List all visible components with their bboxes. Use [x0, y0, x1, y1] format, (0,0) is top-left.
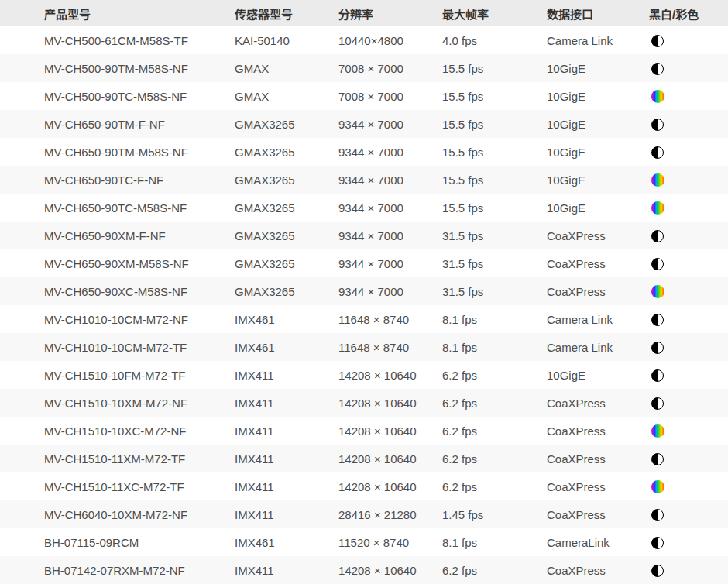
table-row: MV-CH1510-10FM-M72-TF IMX411 14208 × 106…	[0, 361, 728, 389]
cell-model: MV-CH1010-10CM-M72-NF	[0, 305, 235, 333]
cell-resolution: 7008 × 7000	[338, 54, 442, 82]
cell-sensor: GMAX	[235, 82, 338, 110]
cell-interface: 10GigE	[547, 82, 649, 110]
table-row: MV-CH650-90TM-M58S-NF GMAX3265 9344 × 70…	[0, 138, 728, 166]
mono-half-circle-icon	[651, 397, 664, 410]
cell-max-fps: 6.2 fps	[442, 556, 547, 584]
cell-chroma	[649, 389, 728, 417]
column-header-model: 产品型号	[0, 0, 235, 26]
cell-sensor: GMAX3265	[235, 166, 338, 194]
table-row: MV-CH500-90TM-M58S-NF GMAX 7008 × 7000 1…	[0, 54, 728, 82]
cell-interface: 10GigE	[547, 166, 649, 194]
cell-interface: 10GigE	[547, 138, 649, 166]
cell-chroma	[649, 305, 728, 333]
cell-resolution: 11648 × 8740	[338, 333, 442, 361]
cell-resolution: 9344 × 7000	[338, 166, 442, 194]
cell-sensor: GMAX	[235, 54, 338, 82]
cell-chroma	[649, 472, 728, 500]
table-row: MV-CH1010-10CM-M72-TF IMX461 11648 × 874…	[0, 333, 728, 361]
cell-max-fps: 15.5 fps	[442, 54, 547, 82]
cell-max-fps: 15.5 fps	[442, 138, 547, 166]
cell-max-fps: 8.1 fps	[442, 333, 547, 361]
cell-model: MV-CH650-90TM-F-NF	[0, 110, 235, 138]
cell-model: MV-CH650-90TC-M58S-NF	[0, 194, 235, 222]
cell-chroma	[649, 556, 728, 584]
cell-resolution: 14208 × 10640	[338, 389, 442, 417]
cell-resolution: 11520 × 8740	[338, 528, 442, 556]
cell-sensor: IMX411	[235, 417, 338, 445]
cell-interface: CoaXPress	[547, 277, 649, 305]
mono-half-circle-icon	[651, 63, 664, 75]
cell-max-fps: 15.5 fps	[442, 82, 547, 110]
table-row: MV-CH650-90XM-M58S-NF GMAX3265 9344 × 70…	[0, 249, 728, 277]
cell-chroma	[649, 333, 728, 361]
cell-max-fps: 6.2 fps	[442, 389, 547, 417]
cell-sensor: GMAX3265	[235, 194, 338, 222]
table-row: MV-CH650-90XC-M58S-NF GMAX3265 9344 × 70…	[0, 277, 728, 305]
table-header: 产品型号 传感器型号 分辨率 最大帧率 数据接口 黑白/彩色	[0, 0, 728, 26]
table-row: MV-CH500-90TC-M58S-NF GMAX 7008 × 7000 1…	[0, 82, 728, 110]
cell-chroma	[649, 417, 728, 445]
cell-sensor: IMX411	[235, 361, 338, 389]
cell-chroma	[649, 277, 728, 305]
cell-model: MV-CH1510-11XC-M72-TF	[0, 472, 235, 500]
cell-model: MV-CH1510-10FM-M72-TF	[0, 361, 235, 389]
cell-max-fps: 1.45 fps	[442, 500, 547, 528]
column-header-resolution: 分辨率	[338, 0, 442, 26]
cell-resolution: 9344 × 7000	[338, 110, 442, 138]
table-row: MV-CH1010-10CM-M72-NF IMX461 11648 × 874…	[0, 305, 728, 333]
cell-max-fps: 4.0 fps	[442, 26, 547, 54]
cell-sensor: GMAX3265	[235, 222, 338, 249]
cell-chroma	[649, 194, 728, 222]
cell-interface: CameraLink	[547, 528, 649, 556]
cell-max-fps: 15.5 fps	[442, 194, 547, 222]
cell-chroma	[649, 528, 728, 556]
cell-resolution: 14208 × 10640	[338, 472, 442, 500]
cell-max-fps: 6.2 fps	[442, 361, 547, 389]
cell-model: MV-CH1510-10XM-M72-NF	[0, 389, 235, 417]
table-row: MV-CH650-90TM-F-NF GMAX3265 9344 × 7000 …	[0, 110, 728, 138]
cell-model: MV-CH1010-10CM-M72-TF	[0, 333, 235, 361]
table-row: MV-CH6040-10XM-M72-NF IMX411 28416 × 212…	[0, 500, 728, 528]
column-header-chroma: 黑白/彩色	[649, 0, 728, 26]
cell-interface: CoaXPress	[547, 389, 649, 417]
cell-model: MV-CH650-90TC-F-NF	[0, 166, 235, 194]
table-row: MV-CH650-90TC-M58S-NF GMAX3265 9344 × 70…	[0, 194, 728, 222]
header-row: 产品型号 传感器型号 分辨率 最大帧率 数据接口 黑白/彩色	[0, 0, 728, 26]
mono-half-circle-icon	[651, 369, 664, 382]
cell-interface: Camera Link	[547, 333, 649, 361]
cell-interface: CoaXPress	[547, 472, 649, 500]
cell-max-fps: 6.2 fps	[442, 417, 547, 445]
mono-half-circle-icon	[651, 119, 664, 131]
mono-half-circle-icon	[651, 509, 664, 521]
table-body: MV-CH500-61CM-M58S-TF KAI-50140 10440×48…	[0, 26, 728, 584]
table-row: MV-CH1510-10XC-M72-NF IMX411 14208 × 106…	[0, 417, 728, 445]
cell-interface: CoaXPress	[547, 222, 649, 249]
cell-resolution: 11648 × 8740	[338, 305, 442, 333]
cell-interface: 10GigE	[547, 361, 649, 389]
color-rainbow-circle-icon	[651, 173, 664, 187]
cell-max-fps: 15.5 fps	[442, 166, 547, 194]
cell-sensor: IMX461	[235, 333, 338, 361]
cell-sensor: IMX411	[235, 389, 338, 417]
mono-half-circle-icon	[651, 314, 664, 326]
camera-spec-table: 产品型号 传感器型号 分辨率 最大帧率 数据接口 黑白/彩色 MV-CH500-…	[0, 0, 728, 584]
cell-max-fps: 8.1 fps	[442, 305, 547, 333]
mono-half-circle-icon	[651, 35, 664, 47]
table-row: MV-CH1510-11XC-M72-TF IMX411 14208 × 106…	[0, 472, 728, 500]
cell-model: MV-CH650-90XM-F-NF	[0, 222, 235, 249]
cell-resolution: 14208 × 10640	[338, 361, 442, 389]
cell-sensor: KAI-50140	[235, 26, 338, 54]
cell-model: MV-CH500-90TM-M58S-NF	[0, 54, 235, 82]
cell-max-fps: 15.5 fps	[442, 110, 547, 138]
color-rainbow-circle-icon	[651, 285, 664, 298]
cell-chroma	[649, 138, 728, 166]
cell-sensor: IMX411	[235, 472, 338, 500]
cell-chroma	[649, 361, 728, 389]
color-rainbow-circle-icon	[651, 480, 664, 493]
cell-model: MV-CH1510-11XM-M72-TF	[0, 445, 235, 472]
column-header-interface: 数据接口	[547, 0, 649, 26]
mono-half-circle-icon	[651, 565, 664, 577]
cell-model: BH-07142-07RXM-M72-NF	[0, 556, 235, 584]
column-header-sensor: 传感器型号	[235, 0, 338, 26]
